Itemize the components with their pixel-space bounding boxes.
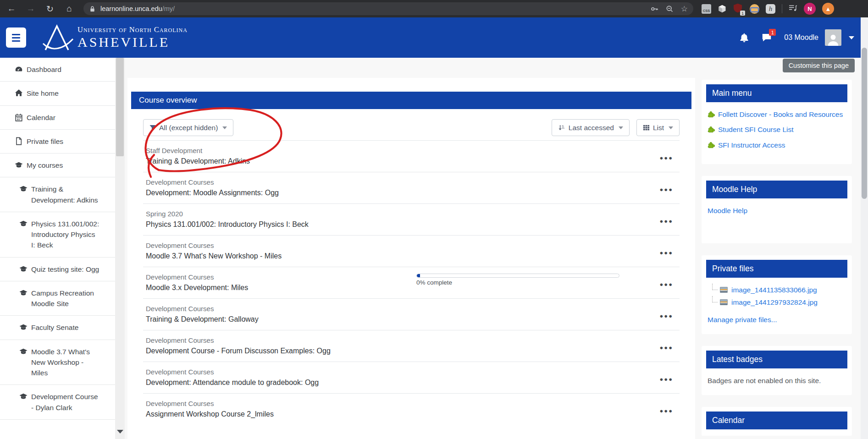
course-link[interactable]: Training & Development: Adkins (146, 157, 677, 165)
hamburger-menu-button[interactable] (6, 27, 26, 48)
course-row: Development CoursesDevelopment Course - … (143, 330, 680, 362)
sidebar-item-course[interactable]: Campus Recreation Moodle Site (0, 281, 115, 316)
password-key-icon[interactable] (651, 5, 658, 13)
course-menu-icon[interactable]: ●●● (659, 218, 673, 225)
main-menu-link[interactable]: Student SFI Course List (708, 124, 846, 136)
unca-logo-mark (42, 23, 74, 52)
graduation-cap-icon (19, 392, 28, 401)
messages-badge: 1 (769, 29, 776, 36)
display-dropdown[interactable]: List (636, 119, 680, 136)
sidebar-item-course[interactable]: Development Course - Dylan Clark (0, 385, 115, 420)
page-scrollbar-thumb[interactable] (862, 48, 867, 199)
nav-drawer: Dashboard Site home Calendar Private fil… (0, 58, 115, 439)
user-name: 03 Moodle (784, 33, 818, 42)
reload-icon[interactable]: ↻ (42, 2, 58, 16)
puzzle-icon (708, 126, 715, 136)
tree-elbow (712, 296, 718, 302)
browser-profile-avatar[interactable]: N (804, 3, 816, 15)
url-host: learnonline.unca.edu (100, 5, 162, 12)
course-row: Spring 2020Physics 131.001/002: Introduc… (143, 203, 680, 235)
css-extension-icon[interactable]: CSS (702, 4, 711, 14)
block-title: Moodle Help (706, 181, 847, 198)
zoom-out-icon[interactable] (666, 5, 674, 13)
manage-private-files-link[interactable]: Manage private files... (708, 316, 777, 324)
block-title: Calendar (706, 412, 847, 429)
course-link[interactable]: Training & Development: Galloway (146, 315, 677, 324)
forward-icon[interactable]: → (23, 2, 39, 16)
graduation-cap-icon (15, 161, 23, 169)
course-link[interactable]: Development: Moodle Assignments: Ogg (146, 189, 677, 197)
puzzle-icon (708, 141, 715, 152)
course-menu-icon[interactable]: ●●● (659, 313, 673, 319)
sidebar-item-site-home[interactable]: Site home (0, 82, 115, 105)
sidebar-scrollbar-thumb[interactable] (116, 58, 124, 156)
playlist-icon[interactable] (789, 4, 797, 14)
back-icon[interactable]: ← (4, 2, 19, 16)
graduation-cap-icon (19, 185, 28, 193)
file-icon (15, 137, 23, 145)
course-link[interactable]: Development: Attendance module to gradeb… (146, 379, 677, 387)
face-extension-icon[interactable] (750, 4, 759, 14)
address-bar[interactable]: learnonline.unca.edu/my/ ☆ (83, 2, 693, 15)
sidebar-item-my-courses[interactable]: My courses (0, 154, 115, 177)
course-menu-icon[interactable]: ●●● (659, 186, 673, 193)
sidebar-item-dashboard[interactable]: Dashboard (0, 58, 115, 82)
main-menu-link[interactable]: SFI Instructor Access (708, 140, 846, 152)
course-link[interactable]: Development Course - Forum Discusson Exa… (146, 347, 677, 355)
graduation-cap-icon (19, 265, 28, 273)
ublock-badge: 1 (740, 11, 745, 16)
sidebar-item-course[interactable]: Moodle 3.7 What's New Workshop - Miles (0, 340, 115, 385)
tree-elbow (712, 284, 718, 290)
customise-page-button[interactable]: Customise this page (783, 59, 855, 72)
sidebar-item-private-files[interactable]: Private files (0, 130, 115, 154)
course-menu-icon[interactable]: ●●● (659, 344, 673, 351)
page-scrollbar[interactable] (861, 17, 868, 439)
home-icon[interactable]: ⌂ (61, 2, 77, 16)
course-progress: 0% complete (416, 274, 619, 286)
course-menu-icon[interactable]: ●●● (659, 249, 673, 256)
sidebar-scroll-down-icon[interactable] (117, 430, 123, 434)
secondary-profile-avatar[interactable]: ▲ (822, 3, 834, 15)
moodle-help-link[interactable]: Moodle Help (708, 207, 747, 214)
chevron-down-icon (619, 126, 623, 129)
sidebar-item-course[interactable]: Faculty Senate (0, 316, 115, 340)
course-menu-icon[interactable]: ●●● (659, 154, 673, 161)
course-row: Staff DevelopmentTraining & Development:… (143, 140, 680, 172)
course-row: Development CoursesDevelopment: Moodle A… (143, 172, 680, 203)
cube-extension-icon[interactable] (718, 4, 727, 13)
course-menu-icon[interactable]: ●●● (659, 376, 673, 383)
notifications-bell-icon[interactable] (739, 33, 749, 43)
course-link[interactable]: Physics 131.001/002: Introductory Physic… (146, 220, 677, 229)
latest-badges-block: Latest badges Badges are not enabled on … (702, 346, 852, 395)
sidebar-item-course[interactable]: Physics 131.001/002: Introductory Physic… (0, 212, 115, 258)
graduation-cap-icon (19, 323, 28, 331)
unca-logo[interactable]: University of North Carolina ASHEVILLE (42, 23, 188, 52)
sort-dropdown[interactable]: Last accessed (552, 119, 630, 136)
user-menu-caret-icon[interactable] (849, 36, 854, 39)
course-filter-dropdown[interactable]: All (except hidden) (143, 119, 233, 136)
bookmark-star-icon[interactable]: ☆ (681, 4, 688, 14)
logo-campus-line: ASHEVILLE (77, 34, 188, 50)
course-overview-title: Course overview (131, 92, 691, 109)
course-link[interactable]: Assignment Workshop Course 2_lmiles (146, 410, 677, 418)
sort-icon (558, 124, 565, 131)
honey-extension-icon[interactable]: h (766, 4, 775, 14)
private-file[interactable]: image_1441135833066.jpg (712, 285, 846, 295)
graduation-cap-icon (19, 289, 28, 297)
course-row: Development CoursesAssignment Workshop C… (143, 393, 680, 425)
avatar[interactable] (825, 29, 841, 46)
sidebar-scrollbar[interactable] (115, 58, 125, 439)
sidebar-item-calendar[interactable]: Calendar (0, 106, 115, 130)
sidebar-item-course[interactable]: Training & Development: Adkins (0, 177, 115, 212)
sidebar-item-course[interactable]: Quiz testing site: Ogg (0, 258, 115, 281)
image-thumbnail-icon (720, 287, 728, 293)
private-file[interactable]: image_1441297932824.jpg (712, 297, 846, 307)
course-menu-icon[interactable]: ●●● (659, 281, 673, 288)
course-link[interactable]: Moodle 3.7 What's New Workshop - Miles (146, 252, 677, 260)
messages-icon[interactable]: 1 (761, 33, 772, 43)
divider (782, 4, 782, 13)
ublock-extension-icon[interactable]: 1 (733, 3, 743, 14)
course-menu-icon[interactable]: ●●● (659, 407, 673, 414)
puzzle-icon (708, 110, 715, 121)
main-menu-link[interactable]: Follett Discover - Books and Resources (708, 109, 846, 121)
